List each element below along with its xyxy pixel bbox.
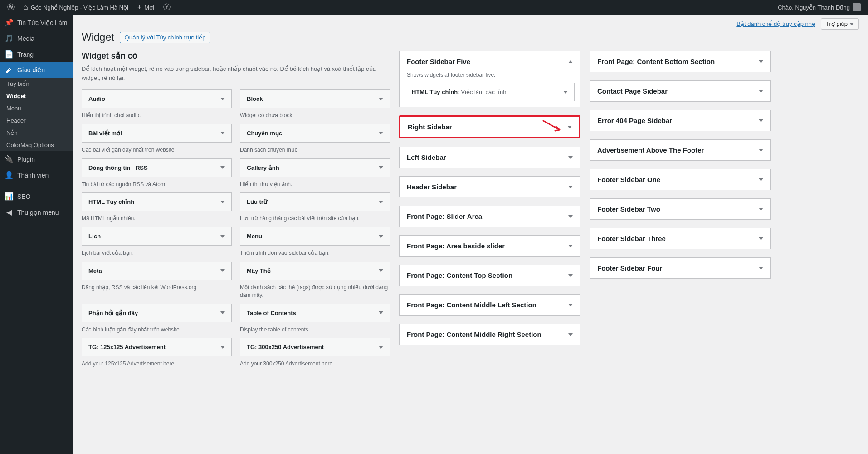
menu-seo[interactable]: 📊SEO — [0, 188, 73, 204]
sidebar-area: Front Page: Area beside slider — [399, 235, 580, 257]
sidebar-area-title: Footer Sidebar Five — [407, 58, 470, 65]
sidebar-area-header[interactable]: Error 404 Page Sidebar — [590, 110, 770, 131]
menu-label: SEO — [17, 193, 31, 200]
sidebar-area-header[interactable]: Header Sidebar — [400, 177, 580, 197]
chevron-down-icon — [379, 166, 383, 169]
widget-desc: Các bình luận gần đây nhất trên website. — [82, 326, 232, 334]
available-widget[interactable]: TG: 125x125 Advertisement — [82, 338, 232, 356]
menu-news[interactable]: 📌Tin Tức Việc Làm — [0, 15, 73, 30]
widget-title: Dòng thông tin - RSS — [88, 164, 148, 171]
widget-item-html[interactable]: HTML Tùy chỉnh: Việc làm các tỉnh — [405, 83, 575, 101]
sidebar-area-header[interactable]: Advertisement Above The Footer — [590, 140, 770, 160]
widget-title: Chuyên mục — [247, 130, 282, 137]
chevron-down-icon — [568, 156, 573, 159]
yoast-link[interactable]: Ⓨ — [160, 0, 174, 15]
available-widget[interactable]: Dòng thông tin - RSS — [82, 158, 232, 177]
sidebar-area-header[interactable]: Front Page: Slider Area — [400, 206, 580, 227]
site-link[interactable]: ⌂Góc Nghề Nghiệp - Việc Làm Hà Nội — [20, 0, 132, 15]
sidebar-area-title: Footer Sidebar Four — [597, 264, 662, 272]
chevron-down-icon — [759, 267, 763, 270]
widget-desc: Tin bài từ các nguồn RSS và Atom. — [82, 181, 232, 188]
available-widget[interactable]: Lịch — [82, 227, 232, 246]
sidebar-area-header[interactable]: Front Page: Content Top Section — [400, 265, 580, 286]
widget-desc: Lịch bài viết của bạn. — [82, 249, 232, 257]
chevron-down-icon — [568, 274, 573, 277]
available-widget[interactable]: Menu — [240, 227, 390, 246]
sidebar-area-header[interactable]: Footer Sidebar Five — [400, 51, 580, 72]
sidebar-area-header[interactable]: Front Page: Content Middle Left Section — [400, 295, 580, 315]
sidebar-area-title: Front Page: Content Middle Left Section — [407, 301, 536, 309]
submenu-customize[interactable]: Tùy biến — [0, 78, 73, 90]
chevron-up-icon — [568, 60, 573, 63]
new-content[interactable]: +Mới — [134, 0, 158, 15]
sidebar-area-title: Error 404 Page Sidebar — [597, 117, 672, 124]
menu-plugins[interactable]: 🔌Plugin — [0, 151, 73, 167]
widget-title: Menu — [247, 233, 262, 240]
available-widget[interactable]: Phản hồi gần đây — [82, 304, 232, 322]
available-widget[interactable]: Block — [240, 89, 390, 108]
customize-button[interactable]: Quản lý với Tùy chỉnh trực tiếp — [120, 32, 211, 43]
available-widget[interactable]: Table of Contents — [240, 304, 390, 322]
available-widget[interactable]: Lưu trữ — [240, 192, 390, 211]
chevron-down-icon — [563, 91, 568, 94]
chevron-down-icon — [567, 126, 572, 128]
widget-title: Meta — [88, 267, 102, 274]
widget-title: Phản hồi gần đây — [88, 310, 138, 316]
chevron-down-icon — [220, 311, 225, 314]
available-widget[interactable]: Gallery ảnh — [240, 158, 390, 177]
sidebar-area: Footer Sidebar Four — [590, 257, 771, 279]
sidebar-area: Front Page: Content Bottom Section — [590, 51, 771, 72]
submenu-header[interactable]: Header — [0, 114, 73, 127]
sidebar-area-header[interactable]: Footer Sidebar Two — [590, 199, 770, 219]
wp-logo[interactable]: ⓦ — [4, 0, 18, 15]
sidebar-area-header[interactable]: Footer Sidebar Three — [590, 228, 770, 249]
sidebar-area-title: Footer Sidebar Three — [597, 235, 666, 242]
menu-users[interactable]: 👤Thành viên — [0, 167, 73, 183]
sidebar-area-header[interactable]: Footer Sidebar One — [590, 169, 770, 190]
submenu-colormag[interactable]: ColorMag Options — [0, 139, 73, 151]
account-menu[interactable]: Chào, Nguyễn Thanh Dũng — [774, 0, 864, 15]
chevron-down-icon — [759, 90, 763, 93]
chevron-down-icon — [379, 235, 383, 238]
menu-label: Media — [17, 35, 34, 42]
menu-pages[interactable]: 📄Trang — [0, 46, 73, 62]
available-widget[interactable]: Audio — [82, 89, 232, 108]
menu-appearance[interactable]: 🖌Giao diện — [0, 62, 73, 78]
available-widget[interactable]: Chuyên mục — [240, 124, 390, 143]
chevron-down-icon — [568, 186, 573, 188]
submenu-background[interactable]: Nền — [0, 127, 73, 139]
submenu-widget[interactable]: Widget — [0, 90, 73, 102]
sidebar-area-header[interactable]: Front Page: Content Bottom Section — [590, 51, 770, 72]
sidebar-area: Header Sidebar — [399, 176, 580, 197]
appearance-submenu: Tùy biến Widget Menu Header Nền ColorMag… — [0, 78, 73, 151]
available-widget[interactable]: HTML Tùy chỉnh — [82, 192, 232, 211]
help-button[interactable]: Trợ giúp — [821, 18, 859, 30]
chevron-down-icon — [379, 269, 383, 272]
menu-collapse[interactable]: ◀Thu gọn menu — [0, 204, 73, 220]
submenu-menu[interactable]: Menu — [0, 102, 73, 114]
sidebar-area: Footer Sidebar Three — [590, 228, 771, 249]
sidebar-area-header[interactable]: Left Sidebar — [400, 147, 580, 168]
available-widget[interactable]: Meta — [82, 262, 232, 280]
menu-media[interactable]: 🎵Media — [0, 30, 73, 46]
widget-title: Lưu trữ — [247, 198, 267, 205]
chevron-down-icon — [759, 149, 763, 152]
sidebar-area-header[interactable]: Contact Page Sidebar — [590, 81, 770, 101]
site-name: Góc Nghề Nghiệp - Việc Làm Hà Nội — [31, 4, 128, 11]
available-widget[interactable]: TG: 300x250 Advertisement — [240, 338, 390, 356]
brush-icon: 🖌 — [5, 66, 14, 74]
widget-desc: Hiển thị trình chơi audio. — [82, 112, 232, 119]
sidebar-area-header[interactable]: Right Sidebar — [400, 117, 579, 137]
sidebar-area: Advertisement Above The Footer — [590, 139, 771, 161]
sidebar-area-header[interactable]: Footer Sidebar Four — [590, 258, 770, 278]
sidebar-area: Front Page: Slider Area — [399, 206, 580, 227]
accessibility-link[interactable]: Bật đánh chế độ truy cập nhẹ — [736, 20, 815, 27]
chevron-down-icon — [220, 269, 225, 272]
available-widget[interactable]: Bài viết mới — [82, 124, 232, 143]
chevron-down-icon — [220, 132, 225, 134]
sidebar-area-header[interactable]: Front Page: Content Middle Right Section — [400, 324, 580, 345]
sidebar-area-title: Front Page: Area beside slider — [407, 242, 505, 250]
available-widget[interactable]: Mây Thẻ — [240, 262, 390, 280]
sidebar-area-header[interactable]: Front Page: Area beside slider — [400, 236, 580, 256]
widget-desc: Mã HTML ngẫu nhiên. — [82, 215, 232, 222]
